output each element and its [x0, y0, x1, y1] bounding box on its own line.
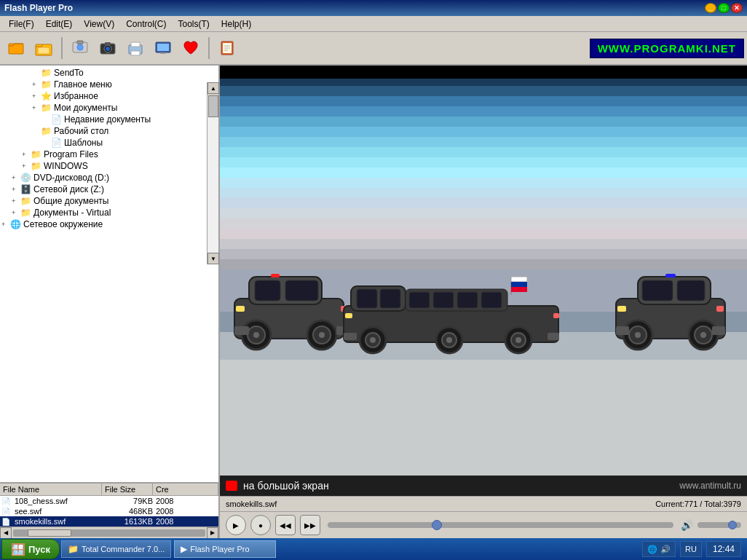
toolbar-screen-btn[interactable]	[150, 35, 176, 61]
file-row[interactable]: 📄 108_chess.swf 79KB 2008	[0, 496, 218, 506]
svg-point-54	[446, 337, 452, 343]
tree-item-label: Сетевой диск (Z:)	[33, 184, 104, 194]
svg-point-57	[515, 337, 521, 343]
tree-item[interactable]: +💿DVD-дисковод (D:)	[1, 172, 217, 184]
tree-item-label: Избранное	[54, 91, 98, 101]
tree-folder-icon: 🗄️	[20, 184, 31, 194]
svg-point-30	[319, 332, 325, 338]
tree-expand-icon: +	[32, 92, 41, 100]
tree-folder-icon: 📄	[51, 114, 62, 125]
tree-expand-icon: +	[22, 151, 31, 158]
toolbar-print-btn[interactable]	[122, 35, 149, 61]
progress-track[interactable]	[328, 522, 673, 528]
tree-item[interactable]: 📁SendTo	[1, 67, 217, 79]
menu-tools[interactable]: Tools(T)	[173, 17, 216, 31]
sky-stripe-11	[220, 178, 747, 188]
toolbar-folder-btn[interactable]	[31, 35, 57, 61]
tree-item[interactable]: +📁WINDOWS	[1, 160, 217, 172]
col-filesize[interactable]: File Size	[102, 484, 153, 495]
toolbar-sep-1	[61, 37, 63, 59]
tree-item-label: Недавние документы	[64, 114, 151, 125]
scroll-right-arrow[interactable]: ▶	[207, 527, 218, 539]
svg-rect-44	[481, 292, 502, 308]
tree-item[interactable]: 📁Рабочий стол	[1, 125, 217, 137]
sky-stripe-10	[220, 167, 747, 178]
tree-item[interactable]: +📁Общие документы	[1, 195, 217, 207]
file-name: smokekills.swf	[15, 517, 105, 526]
tree-folder-icon: 📁	[31, 149, 42, 159]
scroll-down-arrow[interactable]: ▼	[208, 253, 219, 264]
tree-item[interactable]: 📄Недавние документы	[1, 114, 217, 125]
svg-rect-14	[157, 44, 169, 51]
file-tree[interactable]: 📁SendTo+📁Главное меню+⭐Избранное+📁Мои до…	[0, 66, 218, 482]
tree-item[interactable]: +📁Program Files	[1, 149, 217, 160]
menu-file[interactable]: File(F)	[3, 17, 40, 31]
prev-button[interactable]: ◀◀	[275, 515, 296, 535]
minimize-button[interactable]: _	[705, 3, 716, 13]
volume-track[interactable]	[697, 522, 741, 528]
file-row[interactable]: 📄 smokekills.swf 1613KB 2008	[0, 516, 218, 527]
taskbar-window-flashplayer[interactable]: ▶ Flash Player Pro	[174, 540, 276, 558]
title-bar: Flash Player Pro _ □ ✕	[0, 0, 747, 16]
tree-folder-icon: 📁	[41, 103, 52, 113]
svg-rect-60	[344, 333, 357, 340]
tree-item[interactable]: 📄Шаблоны	[1, 137, 217, 149]
col-filename[interactable]: File Name	[0, 484, 102, 495]
overlay-bar: на большой экран www.antimult.ru	[220, 476, 747, 496]
toolbar-open-btn[interactable]	[3, 35, 29, 61]
file-row[interactable]: 📄 see.swf 468KB 2008	[0, 506, 218, 516]
h-scroll-track[interactable]	[13, 529, 205, 537]
file-date: 2008	[156, 517, 218, 526]
sky-stripe-4	[220, 106, 747, 117]
language-indicator[interactable]: RU	[680, 541, 702, 557]
toolbar-book-btn[interactable]	[214, 35, 240, 61]
window-controls: _ □ ✕	[705, 3, 743, 13]
file-name: 108_chess.swf	[15, 497, 105, 505]
taskbar-window-totalcmd[interactable]: 📁 Total Commander 7.0...	[61, 540, 171, 558]
h-scroll-thumb[interactable]	[28, 529, 71, 537]
menu-help[interactable]: Help(H)	[216, 17, 257, 31]
toolbar-heart-btn[interactable]	[178, 35, 204, 61]
start-button[interactable]: 🪟 Пуск	[1, 539, 60, 559]
col-created[interactable]: Cre	[153, 484, 218, 495]
toolbar-camera-btn[interactable]	[95, 35, 121, 61]
svg-rect-11	[131, 42, 140, 47]
menu-edit[interactable]: Edit(E)	[40, 17, 79, 31]
svg-rect-15	[160, 52, 166, 54]
close-button[interactable]: ✕	[731, 3, 743, 13]
file-date: 2008	[156, 507, 218, 516]
overlay-website: www.antimult.ru	[679, 481, 741, 491]
scroll-up-arrow[interactable]: ▲	[208, 82, 219, 94]
tree-item[interactable]: +🗄️Сетевой диск (Z:)	[1, 184, 217, 195]
play-button[interactable]: ▶	[226, 515, 246, 535]
svg-rect-41	[409, 292, 430, 308]
stop-button[interactable]: ●	[250, 515, 271, 535]
progress-thumb[interactable]	[432, 520, 442, 530]
tree-item[interactable]: +⭐Избранное	[1, 90, 217, 102]
menu-control[interactable]: Control(C)	[120, 17, 172, 31]
svg-rect-61	[548, 333, 559, 340]
volume-thumb[interactable]	[728, 521, 737, 529]
scroll-track[interactable]	[208, 95, 218, 254]
file-list: File Name File Size Cre 📄 108_chess.swf …	[0, 482, 218, 527]
left-scrollbar[interactable]: ◀ ▶	[0, 527, 218, 538]
tree-folder-icon: 📁	[41, 68, 52, 78]
sky-stripe-2	[220, 86, 747, 96]
tree-item-label: WINDOWS	[44, 161, 88, 171]
tree-scrollbar[interactable]: ▲ ▼	[207, 82, 218, 264]
tree-item[interactable]: +🌐Сетевое окружение	[1, 218, 217, 230]
tree-item[interactable]: +📁Главное меню	[1, 79, 217, 90]
sky-stripe-9	[220, 157, 747, 167]
scroll-left-arrow[interactable]: ◀	[0, 527, 12, 539]
tree-item[interactable]: +📁Мои документы	[1, 102, 217, 114]
next-button[interactable]: ▶▶	[300, 515, 320, 535]
maximize-button[interactable]: □	[718, 3, 730, 13]
tray-icon-network: 🌐	[647, 545, 657, 554]
svg-rect-43	[457, 292, 478, 308]
toolbar-capture-btn[interactable]	[67, 35, 93, 61]
file-size: 468KB	[105, 507, 156, 516]
scroll-thumb[interactable]	[208, 95, 218, 117]
tree-item[interactable]: +📁Документы - Virtual	[1, 207, 217, 218]
menu-view[interactable]: View(V)	[78, 17, 120, 31]
start-label: Пуск	[28, 544, 50, 555]
